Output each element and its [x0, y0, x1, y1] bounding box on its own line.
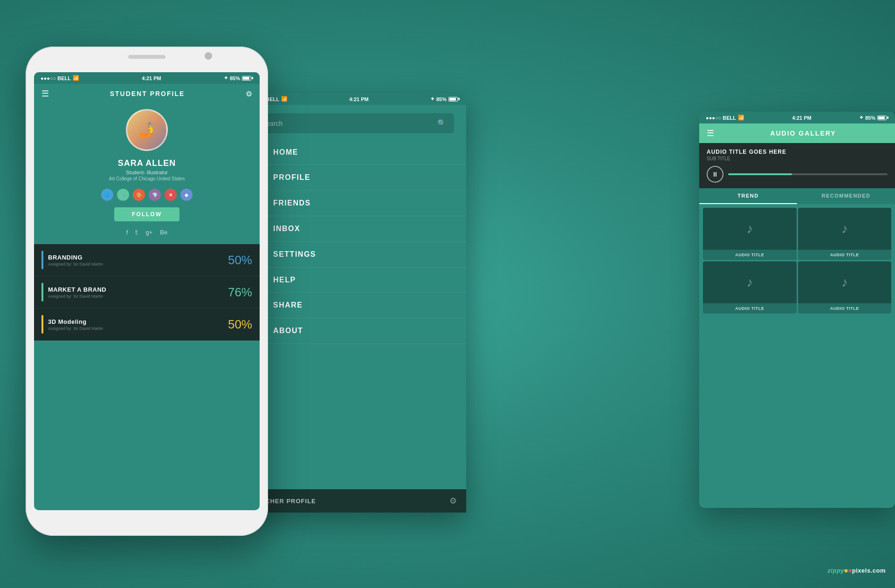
watermark-domain: pixels.com — [852, 567, 886, 574]
nav-item-share[interactable]: ↗ SHARE — [242, 293, 466, 318]
nav-item-about[interactable]: ℹ ABOUT — [242, 318, 466, 344]
course-item-market[interactable]: MARKET A BRAND Assigned by: Sir David Ma… — [34, 276, 260, 308]
user-name: SARA ALLEN — [34, 155, 260, 169]
status-bar-phone3: ●●●○○ BELL 📶 4:21 PM ✦ 85% — [699, 112, 895, 123]
battery-label-phone1: 85% — [230, 75, 240, 81]
audio-player-row: ⏸ — [707, 166, 888, 183]
teacher-profile-bar[interactable]: TEACHER PROFILE ⚙ — [242, 489, 466, 513]
tab-recommended[interactable]: RECOMMENDED — [797, 188, 895, 204]
teacher-gear-icon[interactable]: ⚙ — [449, 496, 457, 506]
pause-button[interactable]: ⏸ — [707, 166, 723, 183]
phone1-student-profile: ●●●○○ BELL 📶 4:21 PM ✦ 85% ☰ STUDENT PRO… — [26, 47, 268, 536]
nav-item-friends[interactable]: 👥 FRIENDS — [242, 191, 466, 216]
social-bubble-1[interactable]: 🌐 — [101, 189, 113, 201]
page-title-phone1: STUDENT PROFILE — [110, 90, 185, 97]
social-bubble-2[interactable]: 🔗 — [117, 189, 129, 201]
phone3-screen: ●●●○○ BELL 📶 4:21 PM ✦ 85% ☰ AUDIO GALLE… — [699, 112, 895, 508]
now-playing-section: AUDIO TITLE GOES HERE SUB TITLE ⏸ — [699, 143, 895, 188]
hamburger-audio-icon[interactable]: ☰ — [707, 128, 714, 138]
nav-item-inbox[interactable]: ✉ INBOX — [242, 216, 466, 242]
social-bubble-6[interactable]: ◈ — [180, 189, 193, 201]
social-bubble-5[interactable]: ✕ — [165, 189, 177, 201]
avatar: 🤳 — [126, 109, 168, 151]
course-item-branding[interactable]: BRANDING Assigned by: Sir David Martin 5… — [34, 244, 260, 276]
audio-track-subtitle: SUB TITLE — [707, 156, 888, 161]
nav-label-settings: SETTINGS — [273, 250, 316, 259]
course-assigned-3d: Assigned by: Sir David Martin — [48, 326, 223, 331]
audio-thumb-3: ♪ — [703, 261, 797, 303]
social-bubble-3[interactable]: 🎨 — [133, 189, 145, 201]
phone1-shell: ●●●○○ BELL 📶 4:21 PM ✦ 85% ☰ STUDENT PRO… — [26, 47, 268, 536]
bluetooth-icon-phone1: ✦ — [224, 75, 228, 81]
nav-label-share: SHARE — [273, 301, 303, 309]
wifi-icon-phone3: 📶 — [738, 115, 744, 121]
nav-label-about: ABOUT — [273, 327, 303, 335]
course-name-3d: 3D Modeling — [48, 318, 223, 325]
hamburger-menu-icon[interactable]: ☰ — [41, 89, 49, 99]
course-percent-3d: 50% — [228, 317, 252, 332]
profile-header: ☰ STUDENT PROFILE ⚙ — [34, 84, 260, 102]
audio-card-label-4: AUDIO TITLE — [798, 303, 892, 314]
status-left-phone1: ●●●○○ BELL 📶 — [41, 75, 79, 81]
audio-card-4[interactable]: ♪ AUDIO TITLE — [798, 261, 892, 314]
audio-card-1[interactable]: ♪ AUDIO TITLE — [703, 208, 797, 260]
audio-thumb-2: ♪ — [798, 208, 892, 250]
course-assigned-branding: Assigned by: Sir David Martin — [48, 262, 223, 267]
nav-label-home: HOME — [273, 148, 298, 157]
googleplus-link[interactable]: g+ — [145, 229, 152, 236]
course-info-branding: BRANDING Assigned by: Sir David Martin — [48, 254, 223, 267]
audio-gallery-header: ☰ AUDIO GALLERY — [699, 123, 895, 143]
course-info-market: MARKET A BRAND Assigned by: Sir David Ma… — [48, 286, 223, 299]
nav-item-profile[interactable]: 👤 PROFILE — [242, 165, 466, 191]
progress-bar[interactable] — [728, 173, 888, 175]
facebook-link[interactable]: f — [126, 229, 128, 236]
nav-item-help[interactable]: ? HELP — [242, 267, 466, 293]
wifi-icon-phone2: 📶 — [281, 96, 288, 102]
battery-icon-phone3 — [877, 116, 888, 120]
status-bar-phone1: ●●●○○ BELL 📶 4:21 PM ✦ 85% — [34, 72, 260, 84]
watermark: zippy■■pixels.com — [827, 567, 886, 574]
time-phone3: 4:21 PM — [792, 115, 812, 121]
page-title-audio: AUDIO GALLERY — [719, 130, 888, 137]
watermark-brand: zippy — [827, 567, 844, 574]
status-right-phone1: ✦ 85% — [224, 75, 253, 81]
social-bubble-4[interactable]: 💎 — [149, 189, 161, 201]
phone3-audio-gallery: ●●●○○ BELL 📶 4:21 PM ✦ 85% ☰ AUDIO GALLE… — [699, 112, 895, 508]
course-assigned-market: Assigned by: Sir David Martin — [48, 294, 223, 299]
search-icon[interactable]: 🔍 — [437, 119, 447, 128]
course-info-3d: 3D Modeling Assigned by: Sir David Marti… — [48, 318, 223, 331]
follow-button[interactable]: FOLLOW — [114, 207, 179, 221]
nav-item-settings[interactable]: ⚙ SETTINGS — [242, 242, 466, 267]
audio-tabs: TREND RECOMMENDED — [699, 188, 895, 204]
user-role: Student- Illustrator — [34, 169, 260, 176]
audio-track-title: AUDIO TITLE GOES HERE — [707, 149, 888, 155]
search-bar[interactable]: Search 🔍 — [255, 113, 454, 133]
course-bar-3d — [41, 315, 43, 334]
avatar-wrap: 🤳 — [34, 102, 260, 155]
nav-item-home[interactable]: ⌂ HOME — [242, 140, 466, 165]
nav-label-profile: PROFILE — [273, 173, 310, 182]
twitter-link[interactable]: 𝕥 — [135, 229, 138, 236]
watermark-dot2: ■ — [848, 567, 852, 574]
status-bar-phone2: ●●●○○ BELL 📶 4:21 PM ✦ 85% — [242, 93, 466, 105]
gear-icon-phone1[interactable]: ⚙ — [246, 89, 252, 98]
tab-trend[interactable]: TREND — [699, 188, 797, 204]
courses-section: BRANDING Assigned by: Sir David Martin 5… — [34, 244, 260, 341]
nav-label-help: HELP — [273, 276, 296, 284]
user-school: Art College of Chicago United States — [34, 176, 260, 186]
phone1-screen: ●●●○○ BELL 📶 4:21 PM ✦ 85% ☰ STUDENT PRO… — [34, 72, 260, 510]
audio-card-3[interactable]: ♪ AUDIO TITLE — [703, 261, 797, 314]
course-item-3d[interactable]: 3D Modeling Assigned by: Sir David Marti… — [34, 308, 260, 341]
behance-link[interactable]: Be — [160, 229, 167, 236]
course-bar-market — [41, 283, 43, 301]
nav-label-friends: FRIENDS — [273, 199, 311, 207]
course-name-branding: BRANDING — [48, 254, 223, 261]
social-links-row: f 𝕥 g+ Be — [34, 227, 260, 240]
search-wrap: Search 🔍 — [242, 105, 466, 140]
audio-thumb-1: ♪ — [703, 208, 797, 250]
bt-icon-phone2: ✦ — [430, 96, 434, 102]
audio-card-label-2: AUDIO TITLE — [798, 250, 892, 260]
carrier-phone3: ●●●○○ BELL — [706, 115, 736, 121]
course-percent-branding: 50% — [228, 253, 252, 267]
audio-card-2[interactable]: ♪ AUDIO TITLE — [798, 208, 892, 260]
